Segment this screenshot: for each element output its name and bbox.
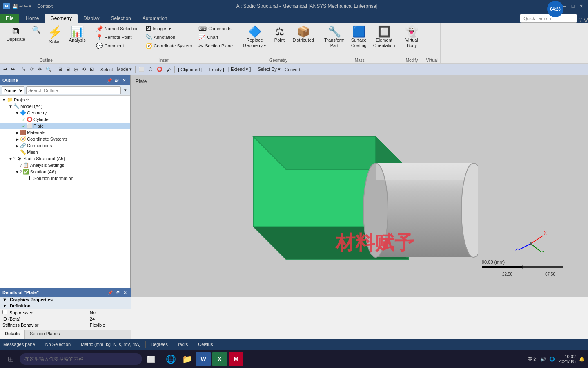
transform-part-button[interactable]: 🔧 TransformPart: [322, 25, 347, 50]
taskbar-file-explorer[interactable]: 📁: [180, 352, 194, 366]
element-orientation-button[interactable]: 🔲 ElementOrientation: [371, 25, 398, 50]
search-button[interactable]: 🔍: [29, 25, 43, 36]
tree-item-project[interactable]: ▼ 📁 Project*: [0, 96, 130, 103]
viewport[interactable]: Plate: [131, 75, 588, 297]
connections-toggle[interactable]: ▶: [15, 144, 20, 148]
comment-button[interactable]: 💬 Comment: [94, 42, 141, 50]
tree-item-materials[interactable]: ▶ 🟫 Materials: [0, 129, 130, 136]
outline-pin-button[interactable]: 📌: [106, 77, 113, 83]
distributed-button[interactable]: 📦 Distributed: [290, 25, 316, 45]
taskbar-network-icon[interactable]: 🌐: [549, 357, 555, 362]
analysis-button[interactable]: 📊 Analysis: [67, 25, 88, 45]
geometry-toggle[interactable]: ▼: [15, 111, 20, 115]
search-outline-input[interactable]: [26, 86, 121, 94]
static-struct-toggle[interactable]: ▼: [8, 157, 13, 161]
virtual-body-button[interactable]: 👻 VirtualBody: [403, 25, 421, 50]
chart-button[interactable]: 📈 Chart: [196, 33, 235, 41]
details-tab-section-planes[interactable]: Section Planes: [25, 330, 65, 339]
details-float-button[interactable]: 🗗: [114, 289, 121, 296]
taskbar-notification-icon[interactable]: 🔔: [579, 357, 585, 362]
toolbar-cursor[interactable]: 🖱: [20, 65, 28, 74]
convert-button[interactable]: Convert -: [283, 65, 305, 74]
details-header-controls[interactable]: 📌 🗗 ✕: [107, 289, 128, 296]
replace-geometry-button[interactable]: 🔷 ReplaceGeometry ▾: [241, 25, 269, 50]
tab-display[interactable]: Display: [78, 14, 105, 23]
tab-automation[interactable]: Automation: [137, 14, 173, 23]
tree-item-solution-info[interactable]: ℹ Solution Information: [0, 175, 130, 182]
duplicate-button[interactable]: ⧉ Duplicate: [4, 25, 28, 44]
tab-geometry[interactable]: Geometry: [45, 14, 78, 23]
images-button[interactable]: 🖼 Images ▾: [143, 25, 195, 33]
point-button[interactable]: ⚖ Point: [270, 25, 288, 45]
tree-item-mesh[interactable]: 📏 Mesh: [0, 149, 130, 155]
mode-button[interactable]: Mode ▾: [116, 65, 134, 74]
toolbar-center[interactable]: ◎: [72, 65, 80, 74]
solution-toggle[interactable]: ▼: [15, 170, 20, 174]
taskbar-edge[interactable]: 🌐: [163, 352, 178, 366]
tab-home[interactable]: Home: [20, 14, 45, 23]
tree-item-model[interactable]: ▼ 🔧 Model (A4): [0, 103, 130, 110]
paint-select-btn[interactable]: 🖌: [165, 65, 173, 74]
named-selection-button[interactable]: 📌 Named Selection: [94, 25, 141, 33]
graphics-props-section[interactable]: ▼ Graphics Properties: [0, 297, 131, 303]
suppressed-checkbox[interactable]: [2, 310, 7, 314]
circle-select-btn[interactable]: ⬡: [147, 65, 154, 74]
title-bar-controls[interactable]: ─ □ ✕: [561, 2, 585, 10]
lasso-select-btn[interactable]: ⭕: [155, 65, 164, 74]
project-toggle[interactable]: ▼: [2, 98, 7, 102]
taskbar-search-input[interactable]: [20, 353, 142, 365]
model-toggle[interactable]: ▼: [8, 104, 13, 109]
outline-panel-controls[interactable]: 📌 🗗 ✕: [106, 77, 127, 83]
clipboard-button[interactable]: [ Clipboard ]: [176, 65, 204, 74]
taskbar-excel[interactable]: X: [212, 352, 227, 366]
help-icon[interactable]: ?: [579, 16, 582, 23]
taskbar-mechanical[interactable]: M: [229, 352, 243, 366]
toolbar-rotate[interactable]: ⟳: [29, 65, 36, 74]
toolbar-zoom-out2[interactable]: ⊟: [65, 65, 71, 74]
toolbar-zoom-in[interactable]: 🔍: [44, 65, 53, 74]
close-button[interactable]: ✕: [577, 2, 585, 10]
tree-item-cylinder[interactable]: ✓ ⭕ Cylinder: [0, 116, 130, 123]
toolbar-pan[interactable]: ✥: [36, 65, 43, 74]
details-close-button[interactable]: ✕: [122, 289, 128, 296]
toolbar-zoom-box[interactable]: ⊡: [88, 65, 95, 74]
remote-point-button[interactable]: 📍 Remote Point: [94, 33, 141, 41]
quick-launch-input[interactable]: [520, 14, 577, 23]
maximize-button[interactable]: □: [569, 2, 577, 10]
details-tab-details[interactable]: Details: [0, 330, 25, 339]
filter-button[interactable]: ▾: [122, 86, 128, 95]
tree-item-analysis-settings[interactable]: ? 📋 Analysis Settings: [0, 162, 130, 168]
tree-item-connections[interactable]: ▶ 🔗 Connections: [0, 142, 130, 149]
toolbar-zoom-all[interactable]: ⟲: [80, 65, 87, 74]
tree-item-coord-sys[interactable]: ▶ 🧭 Coordinate Systems: [0, 136, 130, 142]
tree-item-plate[interactable]: ✓ ⬜ Plate: [0, 123, 130, 129]
start-button[interactable]: ⊞: [3, 352, 18, 366]
toolbar-fit[interactable]: ⊞: [57, 65, 64, 74]
expand-icon[interactable]: ⋁: [584, 16, 588, 23]
tab-selection[interactable]: Selection: [105, 14, 136, 23]
toolbar-undo[interactable]: ↩: [2, 65, 9, 74]
annotation-button[interactable]: 📎 Annotation: [143, 33, 195, 41]
section-plane-button[interactable]: ✂ Section Plane: [196, 42, 235, 50]
taskbar-volume-icon[interactable]: 🔊: [540, 357, 546, 362]
extend-button[interactable]: [ Extend ▾ ]: [227, 65, 253, 74]
taskbar-word[interactable]: W: [196, 352, 211, 366]
coord-sys-toggle[interactable]: ▶: [15, 137, 20, 141]
tab-file[interactable]: File: [0, 14, 19, 23]
commands-button[interactable]: ⌨ Commands: [196, 25, 235, 33]
definition-section[interactable]: ▼ Definition: [0, 303, 131, 309]
messages-pane-label[interactable]: Messages pane: [3, 342, 35, 347]
tree-item-solution[interactable]: ▼ ? ✅ Solution (A6): [0, 168, 130, 175]
solve-button[interactable]: ⚡ Solve: [45, 25, 65, 46]
details-pin-button[interactable]: 📌: [107, 289, 114, 296]
name-dropdown[interactable]: Name: [2, 86, 24, 94]
surface-coating-button[interactable]: 🟦 SurfaceCoating: [349, 25, 369, 50]
tree-item-geometry[interactable]: ▼ 🔷 Geometry: [0, 110, 130, 116]
taskbar-task-view[interactable]: ⬜: [144, 352, 158, 366]
tree-item-static-struct[interactable]: ▼ ? ⚙ Static Structural (A5): [0, 155, 130, 162]
select-by-button[interactable]: Select By ▾: [256, 65, 282, 74]
coordinate-system-button[interactable]: 🧭 Coordinate System: [143, 42, 195, 50]
empty-button[interactable]: [ Empty ]: [205, 65, 225, 74]
box-select-btn[interactable]: ⬜: [137, 65, 146, 74]
outline-close-button[interactable]: ✕: [121, 77, 127, 83]
